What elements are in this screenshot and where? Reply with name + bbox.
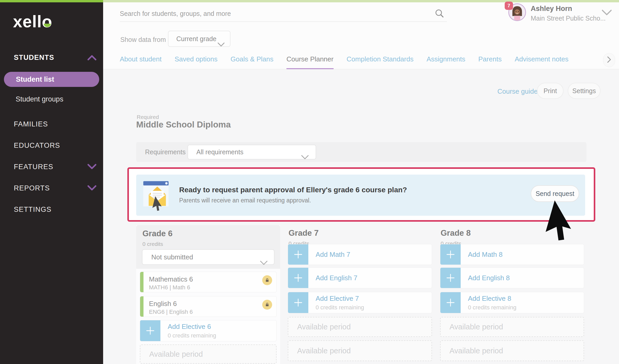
course-code: MATH6 | Math 6 — [149, 284, 190, 291]
plus-icon — [440, 268, 461, 288]
search-icon[interactable] — [434, 8, 444, 19]
chevron-down-icon — [217, 37, 225, 52]
xello-logo[interactable]: xelloxello — [13, 12, 52, 31]
grade-7-title: Grade 7 — [289, 228, 318, 238]
available-period-slot: Available period — [140, 344, 277, 364]
course-guide-link[interactable]: Course guide — [497, 87, 538, 95]
sidebar-item-student-list[interactable]: Student list — [4, 72, 99, 87]
plus-icon — [288, 244, 308, 265]
notification-badge: 7 — [505, 2, 513, 10]
add-course-label: Add Elective 6 — [168, 323, 216, 331]
sidebar-item-reports[interactable]: REPORTS — [14, 184, 50, 192]
plus-icon — [288, 268, 308, 288]
tab-course-planner[interactable]: Course Planner — [286, 55, 334, 69]
available-period-slot: Available period — [440, 317, 584, 337]
add-english-7-card[interactable]: Add English 7 — [288, 267, 432, 288]
tab-parents[interactable]: Parents — [478, 55, 502, 69]
sidebar-section-students[interactable]: STUDENTS — [14, 54, 54, 62]
chevron-right-icon — [607, 56, 611, 64]
plan-title: Middle School Diploma — [136, 120, 231, 130]
available-period-slot: Available period — [288, 340, 432, 361]
add-math-7-card[interactable]: Add Math 7 — [288, 244, 432, 265]
add-elective-8-card[interactable]: Add Elective 8 0 credits remaining — [440, 292, 584, 313]
course-code: ENG6 | English 6 — [149, 309, 193, 315]
add-english-8-card[interactable]: Add English 8 — [440, 267, 584, 288]
sidebar-item-families[interactable]: FAMILIES — [14, 120, 48, 128]
available-period-slot: Available period — [288, 317, 432, 337]
print-button[interactable]: Print — [537, 83, 564, 99]
grade-6-status-value: Not submitted — [151, 253, 193, 261]
tab-advisement-notes[interactable]: Advisement notes — [515, 55, 568, 69]
sidebar-item-educators[interactable]: EDUCATORS — [14, 142, 60, 150]
chevron-down-icon — [260, 256, 268, 270]
course-card-mathematics-6[interactable]: Mathematics 6 MATH6 | Math 6 — [140, 272, 277, 292]
grade-6-title: Grade 6 — [142, 229, 172, 238]
course-status-bar — [140, 296, 143, 317]
sidebar-item-features[interactable]: FEATURES — [14, 163, 53, 171]
add-math-8-card[interactable]: Add Math 8 — [440, 244, 584, 265]
add-course-note: 0 credits remaining — [468, 304, 516, 311]
requirements-label: Requirements — [145, 148, 186, 156]
show-data-from-label: Show data from — [120, 36, 166, 43]
add-course-label: Add Elective 7 — [316, 295, 364, 303]
tabs-scroll-right-button[interactable] — [603, 53, 615, 67]
plus-icon — [140, 320, 160, 341]
show-data-from-value: Current grade — [176, 35, 216, 42]
sidebar-item-student-groups[interactable]: Student groups — [16, 95, 63, 103]
tab-assignments[interactable]: Assignments — [427, 55, 465, 69]
grade-6-credits: 0 credits — [142, 241, 163, 247]
requirements-value: All requirements — [196, 148, 243, 156]
tab-about-student[interactable]: About student — [120, 55, 161, 69]
add-elective-6-card[interactable]: Add Elective 6 0 credits remaining — [140, 320, 277, 341]
course-name: English 6 — [149, 300, 177, 308]
add-course-label: Add Math 7 — [316, 251, 350, 259]
approval-callout — [136, 175, 585, 216]
add-course-label: Add English 8 — [468, 274, 510, 282]
show-data-from-dropdown[interactable]: Current grade — [168, 31, 230, 47]
grade-6-status-dropdown[interactable]: Not submitted — [142, 249, 274, 265]
app-window: xelloxello STUDENTS Student list Student… — [0, 0, 619, 364]
student-tabs: About student Saved options Goals & Plan… — [120, 55, 568, 69]
tab-saved-options[interactable]: Saved options — [174, 55, 217, 69]
course-status-bar — [140, 272, 143, 292]
callout-title: Ready to request parent approval of Elle… — [179, 186, 407, 194]
sidebar-item-settings[interactable]: SETTINGS — [14, 206, 52, 214]
plus-icon — [440, 244, 461, 265]
grade-8-title: Grade 8 — [441, 228, 471, 238]
required-label: Required — [137, 114, 159, 120]
chevron-down-icon[interactable] — [87, 164, 96, 170]
add-course-note: 0 credits remaining — [168, 332, 216, 339]
available-period-slot: Available period — [440, 340, 584, 361]
tab-goals-plans[interactable]: Goals & Plans — [230, 55, 273, 69]
add-course-label: Add Math 8 — [468, 251, 503, 259]
course-card-english-6[interactable]: English 6 ENG6 | English 6 — [140, 296, 277, 317]
chevron-down-icon[interactable] — [87, 185, 96, 191]
add-course-note: 0 credits remaining — [316, 304, 364, 311]
brand-green-strip — [0, 0, 103, 2]
callout-subtitle: Parents will receive an email requesting… — [179, 197, 311, 204]
chevron-up-icon[interactable] — [87, 55, 96, 61]
search-input[interactable] — [120, 6, 447, 22]
plus-icon — [440, 292, 461, 313]
add-course-label: Add English 7 — [316, 274, 357, 282]
lock-icon — [262, 300, 272, 310]
settings-button[interactable]: Settings — [568, 83, 601, 99]
add-elective-7-card[interactable]: Add Elective 7 0 credits remaining — [288, 292, 432, 313]
tab-completion-standards[interactable]: Completion Standards — [347, 55, 414, 69]
add-course-label: Add Elective 8 — [468, 295, 516, 303]
requirements-dropdown[interactable]: All requirements — [187, 145, 316, 159]
plus-icon — [288, 292, 308, 313]
lock-icon — [262, 275, 272, 285]
chevron-down-icon — [301, 150, 309, 164]
course-name: Mathematics 6 — [149, 275, 193, 283]
